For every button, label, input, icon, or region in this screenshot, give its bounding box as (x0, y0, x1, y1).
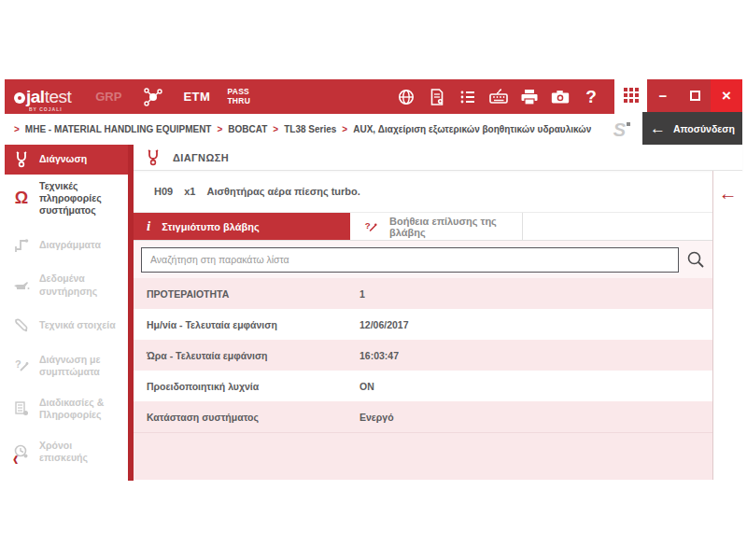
row-value: 1 (359, 288, 365, 300)
close-button[interactable]: × (711, 79, 742, 112)
breadcrumb-row: > MHE - MATERIAL HANDLING EQUIPMENT > BO… (5, 114, 642, 145)
question-wrench-icon: ? (12, 357, 31, 375)
sidebar-item-diagrams: Διαγράμματα (5, 230, 128, 259)
fault-count: x1 (184, 186, 195, 197)
report-document-icon[interactable] (427, 87, 447, 107)
breadcrumb-item-model[interactable]: TL38 Series (284, 124, 336, 134)
row-label: Προειδοποιητική λυχνία (134, 381, 359, 392)
app-window: jal test BY COJALI GRP ETM PASS THRU (5, 79, 742, 481)
sidebar-item-technical-info[interactable]: Ω Τεχνικές πληροφορίες συστήματος (5, 175, 128, 222)
logo-text-jal: jal (26, 87, 45, 107)
wrench-icon (12, 316, 31, 335)
stethoscope-icon (145, 149, 162, 166)
passthru-line2: THRU (227, 96, 250, 105)
connection-network-icon[interactable] (142, 86, 164, 108)
table-row[interactable]: Προειδοποιητική λυχνία ON (134, 371, 712, 401)
row-label: Ημ/νία - Τελευταία εμφάνιση (134, 319, 359, 330)
sidebar: Διάγνωση Ω Τεχνικές πληροφορίες συστήματ… (5, 145, 128, 481)
breadcrumb-item-make[interactable]: BOBCAT (228, 124, 267, 134)
tab-label: Στιγμιότυπο βλάβης (162, 221, 260, 232)
jaltest-logo[interactable]: jal test BY COJALI (14, 87, 71, 107)
printer-icon[interactable] (519, 87, 540, 107)
info-icon: i (147, 218, 150, 234)
procedures-document-icon (12, 399, 31, 418)
sidebar-item-label: Διαγράμματα (39, 239, 101, 251)
row-label: Κατάσταση συστήματος (134, 412, 359, 423)
camera-screenshot-icon[interactable] (550, 87, 571, 107)
search-row (134, 241, 712, 278)
keyboard-icon[interactable] (488, 87, 509, 107)
sidebar-item-label: Διάγνωση (39, 153, 87, 165)
disconnect-bar[interactable]: ← Αποσύνδεση (642, 112, 742, 145)
logo-text-test: test (45, 87, 72, 107)
section-header: ΔΙΑΓΝΩΣΗ (134, 145, 742, 171)
etm-button[interactable]: ETM (183, 90, 210, 104)
row-label: Ώρα - Τελευταία εμφάνιση (134, 350, 359, 361)
section-title: ΔΙΑΓΝΩΣΗ (173, 152, 229, 163)
tab-fault-snapshot[interactable]: i Στιγμιότυπο βλάβης (134, 213, 350, 240)
stethoscope-icon (12, 150, 31, 169)
sidebar-item-technical-data: Τεχνικά στοιχεία (5, 311, 128, 341)
table-filler (134, 432, 712, 480)
row-label: ΠΡΟΤΕΡΑΙΟΤΗΤΑ (134, 288, 359, 300)
sidebar-item-label: Τεχνικά στοιχεία (39, 319, 116, 331)
row-value: Ενεργό (359, 412, 394, 423)
grp-button[interactable]: GRP (95, 90, 121, 104)
sidebar-item-repair-times: Χρόνοι επισκευής (5, 434, 128, 469)
search-input[interactable] (141, 247, 679, 273)
row-value: 12/06/2017 (359, 319, 409, 330)
maximize-button[interactable] (679, 79, 711, 112)
passthru-button[interactable]: PASS THRU (227, 88, 250, 106)
sidebar-item-label: Διαδικασίες & Πληροφορίες (39, 397, 120, 421)
sidebar-item-symptom-diagnosis: ? Διάγνωση με συμπτώματα (5, 348, 128, 384)
fault-code: H09 (154, 186, 173, 197)
sidebar-item-label: Τεχνικές πληροφορίες συστήματος (39, 180, 120, 217)
window-controls: − × (647, 79, 742, 112)
breadcrumb-chevron-icon: > (14, 124, 20, 134)
sidebar-collapse-chevron-icon[interactable]: ‹ (13, 449, 19, 469)
diagnostic-cable-icon: S (613, 120, 626, 139)
row-value: ON (359, 381, 374, 392)
passthru-line1: PASS (227, 87, 249, 96)
main-content: ΔΙΑΓΝΩΣΗ H09 x1 Αισθητήρας αέρα πίεσης t… (134, 145, 742, 481)
fault-panel: H09 x1 Αισθητήρας αέρα πίεσης turbo. i Σ… (134, 171, 712, 480)
breadcrumb-item-category[interactable]: MHE - MATERIAL HANDLING EQUIPMENT (25, 124, 212, 134)
breadcrumb-chevron-icon: > (273, 124, 278, 134)
breadcrumb-item-system[interactable]: AUX, Διαχείριση εξωτερικών βοηθητικών υδ… (353, 124, 591, 134)
fault-tabs: i Στιγμιότυπο βλάβης ? Βοήθεια επίλυσης … (134, 213, 712, 241)
sidebar-item-label: Διάγνωση με συμπτώματα (39, 354, 120, 378)
screen: jal test BY COJALI GRP ETM PASS THRU (0, 0, 747, 560)
search-magnifier-icon[interactable] (684, 248, 707, 271)
apps-grid-icon[interactable] (624, 88, 639, 103)
table-row[interactable]: Ημ/νία - Τελευταία εμφάνιση 12/06/2017 (134, 309, 712, 340)
sidebar-item-procedures: Διαδικασίες & Πληροφορίες (5, 391, 128, 427)
row-value: 16:03:47 (359, 350, 399, 361)
help-icon[interactable]: ? (581, 87, 601, 107)
apps-zone (614, 79, 647, 114)
right-gutter: ← (712, 171, 742, 480)
diagram-icon (12, 235, 31, 254)
table-row[interactable]: Ώρα - Τελευταία εμφάνιση 16:03:47 (134, 340, 712, 371)
back-arrow-icon[interactable]: ← (719, 184, 738, 480)
fault-snapshot-table: ΠΡΟΤΕΡΑΙΟΤΗΤΑ 1 Ημ/νία - Τελευταία εμφάν… (134, 278, 712, 480)
sidebar-item-label: Δεδομένα συντήρησης (39, 273, 120, 297)
breadcrumb-chevron-icon: > (217, 124, 222, 134)
sidebar-item-diagnosis[interactable]: Διάγνωση (5, 145, 128, 175)
fault-description: Αισθητήρας αέρα πίεσης turbo. (206, 186, 359, 197)
disconnect-arrow-icon: ← (650, 120, 666, 136)
fault-summary-row[interactable]: H09 x1 Αισθητήρας αέρα πίεσης turbo. (134, 171, 712, 213)
omega-icon: Ω (12, 189, 31, 208)
fault-list-icon[interactable] (458, 87, 478, 107)
globe-icon[interactable] (396, 87, 416, 107)
sidebar-item-maintenance-data: Δεδομένα συντήρησης (5, 267, 128, 302)
svg-text:?: ? (365, 219, 371, 230)
oil-can-icon (12, 276, 31, 295)
breadcrumb-chevron-icon: > (342, 124, 347, 134)
svg-text:?: ? (15, 358, 21, 370)
table-row[interactable]: ΠΡΟΤΕΡΑΙΟΤΗΤΑ 1 (134, 278, 712, 309)
minimize-button[interactable]: − (647, 79, 679, 112)
question-wrench-icon: ? (363, 219, 378, 234)
disconnect-label: Αποσύνδεση (673, 123, 735, 134)
table-row[interactable]: Κατάσταση συστήματος Ενεργό (134, 401, 712, 432)
tab-fault-repair-help[interactable]: ? Βοήθεια επίλυσης της βλάβης (350, 213, 523, 240)
